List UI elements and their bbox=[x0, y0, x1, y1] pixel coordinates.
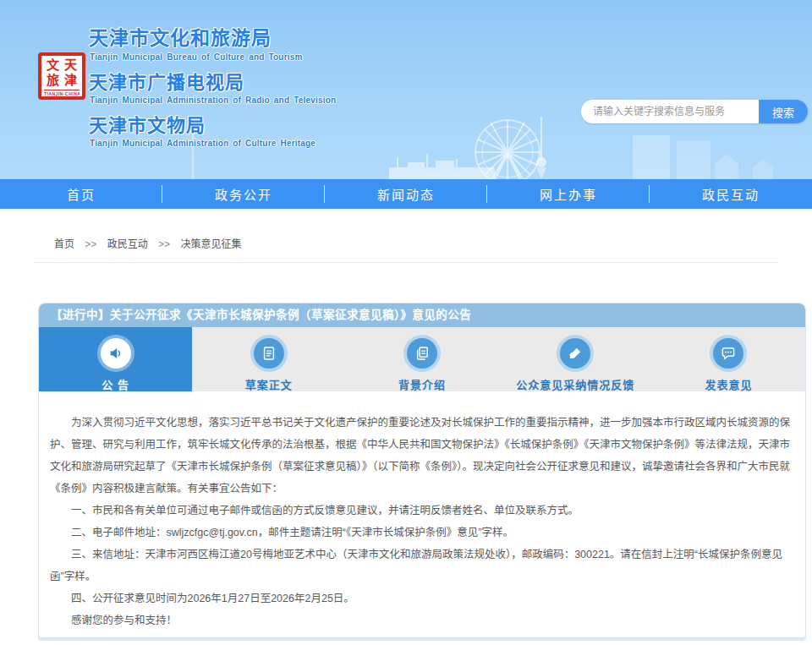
org-title-culture-heritage: 天津市文物局 bbox=[89, 110, 336, 137]
breadcrumb-separator: >> bbox=[158, 238, 170, 250]
notice-body: 为深入贯彻习近平文化思想，落实习近平总书记关于文化遗产保护的重要论述及对长城保护… bbox=[39, 391, 805, 638]
pen-feedback-icon bbox=[567, 345, 584, 362]
org-title-culture-tourism: 天津市文化和旅游局 bbox=[89, 22, 336, 51]
tab-icon-ring bbox=[250, 335, 288, 372]
seal-char: 津 bbox=[62, 73, 80, 88]
breadcrumb-current-page: 决策意见征集 bbox=[180, 238, 241, 250]
comment-icon bbox=[720, 345, 737, 362]
notice-title: 【进行中】关于公开征求《天津市长城保护条例（草案征求意见稿）》意见的公告 bbox=[39, 303, 805, 327]
tab-icon-ring bbox=[557, 335, 594, 372]
notice-panel: 【进行中】关于公开征求《天津市长城保护条例（草案征求意见稿）》意见的公告 公 告 bbox=[38, 303, 806, 638]
breadcrumb: 首页 >> 政民互动 >> 决策意见征集 bbox=[54, 236, 241, 250]
site-search: 搜索 bbox=[581, 100, 808, 123]
document-icon bbox=[261, 345, 277, 362]
tab-label: 公众意见采纳情况反馈 bbox=[499, 376, 652, 392]
seal-char: 旅 bbox=[44, 73, 62, 88]
notice-paragraph-item-1: 一、市民和各有关单位可通过电子邮件或信函的方式反馈意见建议，并请注明反馈者姓名、… bbox=[50, 500, 794, 522]
breadcrumb-home[interactable]: 首页 bbox=[54, 238, 74, 250]
org-titles: 天津市文化和旅游局 Tianjin Municipal Bureau of Cu… bbox=[89, 22, 336, 153]
org-title-radio-tv: 天津市广播电视局 bbox=[89, 67, 336, 94]
site-header: 文 天 旅 津 TIANJIN·CHINA 天津市文化和旅游局 Tianjin … bbox=[0, 0, 812, 179]
main-nav: 首页 政务公开 新闻动态 网上办事 政民互动 bbox=[0, 179, 812, 209]
speaker-icon bbox=[107, 345, 124, 362]
search-button[interactable]: 搜索 bbox=[759, 100, 808, 123]
nav-item-public-interaction[interactable]: 政民互动 bbox=[650, 179, 812, 209]
breadcrumb-separator: >> bbox=[85, 238, 96, 250]
nav-item-news[interactable]: 新闻动态 bbox=[325, 179, 487, 209]
tab-icon-ring bbox=[97, 335, 134, 372]
tab-label: 背景介绍 bbox=[345, 376, 498, 392]
tianjin-seal-logo: 文 天 旅 津 TIANJIN·CHINA bbox=[38, 52, 85, 100]
seal-caption: TIANJIN·CHINA bbox=[44, 90, 80, 96]
notice-paragraph-thanks: 感谢您的参与和支持！ bbox=[50, 609, 794, 631]
org-subtitle-culture-tourism: Tianjin Municipal Bureau of Culture and … bbox=[90, 52, 336, 62]
tab-label: 发表意见 bbox=[652, 376, 805, 392]
tab-label: 公 告 bbox=[39, 376, 192, 392]
seal-char: 天 bbox=[62, 57, 80, 73]
notice-paragraph-item-2-email: 二、电子邮件地址：swljzcfgc@tj.gov.cn，邮件主题请注明“《天津… bbox=[50, 522, 794, 544]
tab-icon-ring bbox=[403, 335, 441, 372]
nav-item-gov-affairs[interactable]: 政务公开 bbox=[162, 179, 325, 209]
notice-paragraph-item-3-mail: 三、来信地址：天津市河西区梅江道20号梅地亚艺术中心（天津市文化和旅游局政策法规… bbox=[50, 544, 794, 588]
tab-draft-text[interactable]: 草案正文 bbox=[192, 327, 345, 391]
tab-announcement[interactable]: 公 告 bbox=[39, 327, 192, 391]
tab-post-opinion[interactable]: 发表意见 bbox=[652, 327, 805, 391]
org-subtitle-radio-tv: Tianjin Municipal Administration of Radi… bbox=[90, 96, 336, 105]
org-subtitle-culture-heritage: Tianjin Municipal Administration of Cult… bbox=[90, 139, 336, 148]
notice-paragraph-intro: 为深入贯彻习近平文化思想，落实习近平总书记关于文化遗产保护的重要论述及对长城保护… bbox=[50, 412, 794, 500]
breadcrumb-public-interaction[interactable]: 政民互动 bbox=[107, 238, 148, 250]
tab-icon-ring bbox=[710, 335, 747, 372]
page: 文 天 旅 津 TIANJIN·CHINA 天津市文化和旅游局 Tianjin … bbox=[0, 0, 812, 645]
notice-tabs: 公 告 草案正文 bbox=[39, 327, 805, 391]
search-input[interactable] bbox=[581, 100, 759, 123]
tab-background-intro[interactable]: 背景介绍 bbox=[345, 327, 498, 391]
documents-copy-icon bbox=[414, 345, 431, 362]
seal-char: 文 bbox=[44, 57, 62, 73]
breadcrumb-divider bbox=[34, 262, 778, 263]
tab-label: 草案正文 bbox=[192, 376, 345, 392]
tab-opinion-feedback[interactable]: 公众意见采纳情况反馈 bbox=[499, 327, 652, 391]
nav-item-online-services[interactable]: 网上办事 bbox=[487, 179, 650, 209]
nav-item-home[interactable]: 首页 bbox=[0, 179, 162, 209]
notice-signature: 天津市文化和旅游局 bbox=[50, 635, 782, 638]
notice-paragraph-item-4-period: 四、公开征求意见时间为2026年1月27日至2026年2月25日。 bbox=[50, 588, 794, 609]
